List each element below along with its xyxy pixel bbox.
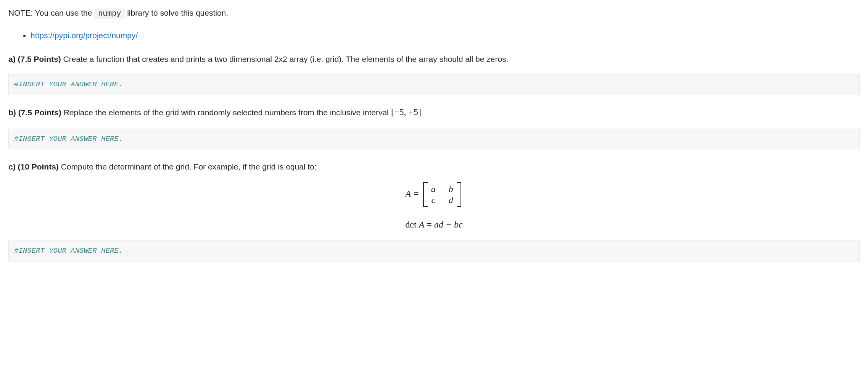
- question-b-label: b) (7.5 Points): [8, 108, 61, 117]
- determinant-equation: det A = ad − bc: [8, 218, 860, 231]
- code-cell-c[interactable]: #INSERT YOUR ANSWER HERE.: [8, 240, 860, 261]
- question-a-text: Create a function that creates and print…: [61, 55, 509, 63]
- matrix-cell-c: c: [430, 195, 437, 206]
- note-line: NOTE: You can use the numpy library to s…: [8, 7, 860, 19]
- note-inline-code: numpy: [94, 8, 125, 19]
- matrix-cell-a: a: [430, 184, 437, 195]
- note-suffix: library to solve this question.: [127, 8, 228, 17]
- question-c-label: c) (10 Points): [8, 162, 59, 171]
- code-cell-a[interactable]: #INSERT YOUR ANSWER HERE.: [8, 74, 860, 95]
- note-prefix: NOTE: You can use the: [8, 8, 94, 17]
- svg-text:[−5, +5]: [−5, +5]: [391, 107, 421, 117]
- matrix-row-0: a b: [430, 184, 454, 195]
- question-c-text: Compute the determinant of the grid. For…: [59, 162, 317, 171]
- matrix-row-1: c d: [430, 195, 454, 206]
- matrix-lhs: A =: [405, 189, 419, 198]
- matrix-equation: A = a b c d: [8, 182, 860, 207]
- det-A: A: [419, 219, 425, 229]
- matrix-cell-d: d: [448, 195, 454, 206]
- det-eq: =: [424, 219, 434, 229]
- link-list: https://pypi.org/project/numpy/: [8, 29, 860, 42]
- interval-math: [−5, +5]: [391, 107, 433, 119]
- question-a-label: a) (7.5 Points): [8, 55, 61, 63]
- question-c: c) (10 Points) Compute the determinant o…: [8, 161, 860, 173]
- code-cell-b[interactable]: #INSERT YOUR ANSWER HERE.: [8, 129, 860, 150]
- interval-svg: [−5, +5]: [391, 107, 433, 118]
- question-b: b) (7.5 Points) Replace the elements of …: [8, 107, 860, 119]
- numpy-pypi-link[interactable]: https://pypi.org/project/numpy/: [31, 31, 138, 40]
- det-word: det: [405, 219, 419, 229]
- document-page: NOTE: You can use the numpy library to s…: [0, 0, 868, 285]
- matrix-brackets: a b c d: [423, 182, 461, 207]
- question-a: a) (7.5 Points) Create a function that c…: [8, 53, 860, 65]
- det-rhs: ad − bc: [434, 219, 463, 229]
- question-b-text-before: Replace the elements of the grid with ra…: [61, 108, 391, 117]
- link-list-item: https://pypi.org/project/numpy/: [31, 29, 860, 42]
- matrix-cell-b: b: [448, 184, 454, 195]
